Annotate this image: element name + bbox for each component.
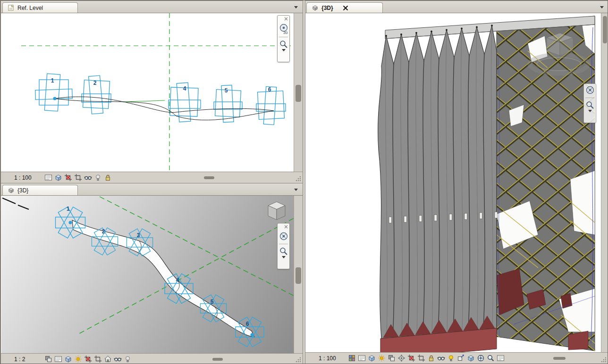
pane-right-3d: {3D} xyxy=(305,0,608,364)
worksharing-display-icon[interactable] xyxy=(348,354,356,362)
green-reference-lines xyxy=(21,13,294,172)
zoom-icon[interactable] xyxy=(487,354,495,362)
tab-menu-chevron-icon[interactable] xyxy=(292,4,300,11)
view-control-icons xyxy=(348,354,505,362)
navbar-chevron-icon[interactable] xyxy=(588,112,592,121)
zoom-icon[interactable] xyxy=(279,247,288,256)
visual-style-icon[interactable] xyxy=(64,355,72,363)
view-control-bar: 1 : 100 xyxy=(1,172,303,183)
fins-body xyxy=(378,25,497,339)
scale-label[interactable]: 1 : 100 xyxy=(14,174,32,181)
sun-path-icon[interactable] xyxy=(378,354,386,362)
navbar-chevron-icon[interactable] xyxy=(282,258,286,267)
navbar-close-icon[interactable] xyxy=(284,17,288,21)
properties-icon[interactable] xyxy=(497,354,505,362)
detail-level-icon[interactable] xyxy=(44,174,52,182)
steering-wheel-2d-icon[interactable]: 2D xyxy=(279,23,289,34)
scrollbar-thumb[interactable] xyxy=(296,267,301,284)
tab-label-ref-level: Ref. Level xyxy=(17,5,43,11)
reveal-hidden-elements-icon[interactable] xyxy=(124,355,132,363)
resize-grip[interactable] xyxy=(295,175,301,182)
ref-level-tabbar: Ref. Level xyxy=(1,1,303,13)
scrollbar-thumb[interactable] xyxy=(296,85,301,102)
crop-view-icon[interactable] xyxy=(64,174,72,182)
view-control-icons xyxy=(44,174,112,182)
ref-level-canvas[interactable]: 1 2 4 5 6 2D xyxy=(1,13,294,172)
view-cube[interactable] xyxy=(264,199,289,223)
horizontal-scrollbar-thumb[interactable] xyxy=(204,176,214,179)
temporary-hide-isolate-icon[interactable] xyxy=(437,354,445,362)
show-crop-region-icon[interactable] xyxy=(74,174,82,182)
horizontal-scrollbar-thumb[interactable] xyxy=(553,357,566,360)
view-control-bar: 1 : 100 xyxy=(305,352,608,364)
bubble-5: 5 xyxy=(225,87,228,94)
reveal-hidden-elements-icon[interactable] xyxy=(447,354,455,362)
temporary-hide-isolate-icon[interactable] xyxy=(84,174,92,182)
building-model xyxy=(306,13,601,352)
reference-planes xyxy=(35,74,286,125)
scale-label[interactable]: 1 : 2 xyxy=(14,356,25,363)
pane-left-3d: {3D} xyxy=(0,183,303,364)
control-point[interactable] xyxy=(251,333,254,337)
3d-view-icon xyxy=(312,4,319,11)
unlocked-view-icon[interactable] xyxy=(427,354,435,362)
detail-level-icon[interactable] xyxy=(54,355,62,363)
close-tab-icon[interactable] xyxy=(343,5,348,11)
save-orientation-icon[interactable] xyxy=(104,355,112,363)
tab-ref-level[interactable]: Ref. Level xyxy=(2,2,78,13)
navbar-close-icon[interactable] xyxy=(284,225,288,229)
vertical-scrollbar[interactable] xyxy=(601,13,608,352)
shadows-icon[interactable] xyxy=(44,355,52,363)
control-point[interactable] xyxy=(53,97,57,100)
navbar-chevron-icon[interactable] xyxy=(282,51,286,60)
steering-wheel-icon[interactable] xyxy=(279,231,289,241)
vertical-scrollbar[interactable] xyxy=(294,196,303,353)
black-edge-lines xyxy=(2,198,29,209)
unlocked-view-icon[interactable] xyxy=(104,174,112,182)
resize-grip[interactable] xyxy=(295,356,301,363)
temporary-hide-isolate-icon[interactable] xyxy=(114,355,122,363)
bubble-4: 4 xyxy=(183,85,186,92)
crop-view-icon[interactable] xyxy=(84,355,92,363)
detail-level-icon[interactable] xyxy=(358,354,366,362)
control-point[interactable] xyxy=(69,221,72,224)
worksets-icon[interactable] xyxy=(457,354,465,362)
displacement-icon[interactable] xyxy=(467,354,475,362)
crop-view-icon[interactable] xyxy=(407,354,415,362)
bubble-5: 5 xyxy=(211,298,214,305)
tab-left-3d[interactable]: {3D} xyxy=(2,185,78,195)
visual-style-icon[interactable] xyxy=(368,354,376,362)
reveal-hidden-elements-icon[interactable] xyxy=(94,174,102,182)
svg-text:2D: 2D xyxy=(283,31,287,34)
right-3d-canvas[interactable] xyxy=(306,13,601,352)
massing-ribbon xyxy=(72,220,254,337)
left-3d-tabbar: {3D} xyxy=(1,183,303,196)
bubble-1: 1 xyxy=(67,206,70,212)
resize-grip[interactable] xyxy=(600,356,607,363)
3d-view-icon xyxy=(8,187,15,194)
zoom-icon[interactable] xyxy=(279,40,288,49)
show-crop-region-icon[interactable] xyxy=(417,354,425,362)
constraints-icon[interactable] xyxy=(477,354,485,362)
tab-right-3d[interactable]: {3D} xyxy=(306,2,383,13)
bubble-2: 2 xyxy=(93,80,97,86)
green-reference-lines xyxy=(77,197,294,335)
bubble-2: 2 xyxy=(102,228,105,235)
horizontal-scrollbar-thumb[interactable] xyxy=(212,358,223,361)
visual-style-icon[interactable] xyxy=(54,174,62,182)
scale-label[interactable]: 1 : 100 xyxy=(319,355,336,362)
bubble-3: 3 xyxy=(137,232,140,239)
scrollbar-thumb[interactable] xyxy=(603,16,607,43)
bubble-4: 4 xyxy=(176,277,179,283)
tab-menu-chevron-icon[interactable] xyxy=(292,186,300,193)
left-3d-canvas[interactable]: 1 2 3 4 5 6 xyxy=(1,196,294,353)
render-icon[interactable] xyxy=(397,354,405,362)
steering-wheel-icon[interactable] xyxy=(585,85,595,95)
tab-menu-chevron-icon[interactable] xyxy=(598,4,606,11)
zoom-icon[interactable] xyxy=(585,100,595,110)
green-spline-segment xyxy=(124,100,165,102)
shadows-icon[interactable] xyxy=(388,354,396,362)
sun-path-icon[interactable] xyxy=(74,355,82,363)
show-crop-region-icon[interactable] xyxy=(94,355,102,363)
vertical-scrollbar[interactable] xyxy=(294,13,303,172)
